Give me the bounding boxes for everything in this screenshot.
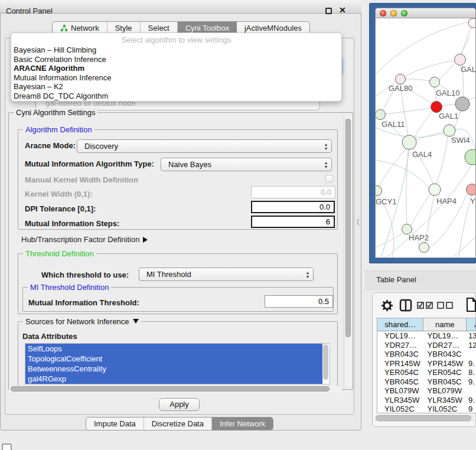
network-node[interactable] [465, 149, 476, 165]
table-row[interactable]: YPR145WYPR145W9. [377, 359, 476, 369]
tab-infer-network[interactable]: Infer Network [212, 418, 273, 430]
tab-style[interactable]: Style [107, 22, 141, 34]
tab-cyni-toolbox[interactable]: Cyni Toolbox [178, 22, 237, 34]
sources-toggle[interactable]: Sources for Network Inference [23, 317, 141, 326]
scrollbar-thumb[interactable] [345, 119, 351, 337]
network-node[interactable] [376, 110, 386, 120]
float-window-icon[interactable] [325, 8, 332, 14]
mi-steps-field[interactable]: 6 [251, 216, 335, 228]
scrollbar-thumb[interactable] [11, 386, 330, 392]
hub-definition-toggle[interactable]: Hub/Transcription Factor Definition [21, 235, 148, 244]
table-cell[interactable]: YBL079W [377, 386, 424, 396]
manual-kernel-checkbox[interactable] [325, 175, 333, 182]
algorithm-option[interactable]: Dream8 DC_TDC Algorithm [11, 92, 341, 101]
table-cell[interactable]: 8. [467, 368, 476, 377]
gear-icon[interactable] [381, 299, 393, 312]
table-cell[interactable]: YPR145W [424, 359, 467, 369]
attributes-scrollbar[interactable] [322, 344, 329, 383]
document-icon[interactable] [466, 297, 476, 312]
columns-icon[interactable] [399, 299, 412, 312]
network-canvas[interactable]: GALGAL80GAL10GAL1GAL11SWI4GAL4GCY1HAP4YH… [376, 18, 476, 258]
table-cell[interactable]: YBR045C [377, 377, 424, 387]
algorithm-option[interactable]: Mutual Information Inference [11, 73, 341, 83]
column-header-partial[interactable]: A [467, 318, 476, 331]
attribute-list-item[interactable]: SelfLoops [25, 344, 322, 354]
column-header-shared-name[interactable]: shared… [377, 318, 423, 331]
network-node[interactable] [444, 125, 455, 136]
close-icon[interactable]: ✕ [339, 5, 346, 15]
minimize-traffic-light[interactable] [390, 10, 397, 17]
tab-select[interactable]: Select [141, 22, 178, 34]
which-threshold-combo[interactable]: MI Threshold ▲▼ [139, 268, 314, 281]
network-node[interactable] [419, 243, 429, 253]
table-cell[interactable]: YDR27… [377, 341, 424, 350]
table-cell[interactable]: YBR045C [424, 377, 467, 387]
table-cell[interactable]: YLR345W [377, 396, 424, 405]
tab-jactivemnodules[interactable]: jActiveMNodules [237, 22, 309, 34]
aracne-mode-combo[interactable]: Discovery ▲▼ [77, 139, 332, 153]
table-row[interactable]: YER054CYER054C8. [377, 368, 476, 377]
zoom-traffic-light[interactable] [401, 10, 407, 17]
network-window-titlebar[interactable] [376, 8, 475, 18]
close-traffic-light[interactable] [380, 10, 386, 17]
attribute-list-item[interactable]: BetweennessCentrality [25, 364, 322, 374]
table-cell[interactable]: YBR043C [377, 350, 424, 359]
corner-panel-icon[interactable] [2, 444, 12, 450]
tab-discretize-data[interactable]: Discretize Data [144, 418, 212, 430]
table-cell[interactable]: YLR345W [424, 396, 467, 405]
column-header-name[interactable]: name [423, 318, 467, 331]
table-row[interactable]: YBR045CYBR045C9. [377, 377, 476, 387]
scrollbar-thumb[interactable] [323, 344, 328, 380]
dpi-tolerance-field[interactable]: 0.0 [251, 201, 335, 213]
mi-threshold-field[interactable]: 0.5 [265, 295, 333, 308]
panel-splitter-handle[interactable] [355, 219, 361, 226]
table-row[interactable]: YDL19…YDL19…13 [377, 331, 476, 341]
table-cell[interactable]: YBL079W [424, 386, 467, 396]
table-cell[interactable]: YER054C [377, 368, 424, 377]
table-cell[interactable]: YIL052C [424, 405, 467, 413]
network-node[interactable] [396, 74, 406, 84]
network-node[interactable] [430, 77, 440, 87]
attribute-list-item[interactable]: gal4RGexp [25, 374, 322, 384]
algorithm-option[interactable]: Basic Correlation Inference [11, 55, 341, 64]
table-cell[interactable]: YBR043C [424, 350, 467, 359]
table-row[interactable]: YBR043CYBR043C [377, 350, 476, 359]
algorithm-option[interactable]: Bayesian – K2 [11, 82, 341, 92]
table-cell[interactable] [467, 350, 476, 359]
scrollbar-thumb[interactable] [376, 415, 471, 421]
table-cell[interactable]: 9 [467, 405, 476, 413]
network-node[interactable] [455, 97, 470, 111]
data-attributes-list[interactable]: SelfLoopsTopologicalCoefficientBetweenne… [25, 343, 330, 384]
table-row[interactable]: YDR27…YDR27…12 [377, 341, 476, 350]
table-horizontal-scrollbar[interactable] [374, 415, 476, 422]
tab-network[interactable]: Network [53, 22, 107, 34]
deselect-all-checkboxes-icon[interactable] [437, 302, 454, 309]
table-cell[interactable]: 9. [467, 377, 476, 387]
table-cell[interactable] [467, 386, 476, 396]
attribute-list-item[interactable]: TopologicalCoefficient [25, 354, 322, 364]
table-row[interactable]: YBL079WYBL079W [377, 386, 476, 396]
kernel-width-field[interactable]: 0.0 [251, 186, 335, 198]
table-cell[interactable]: 12 [467, 341, 476, 350]
table-cell[interactable]: 9. [467, 359, 476, 369]
mi-type-combo[interactable]: Naive Bayes ▲▼ [161, 158, 332, 171]
table-cell[interactable]: YER054C [424, 368, 467, 377]
network-node[interactable] [431, 102, 442, 113]
network-node[interactable] [402, 135, 416, 149]
settings-vertical-scrollbar[interactable] [344, 116, 352, 386]
algorithm-option[interactable]: Bayesian – Hill Climbing [11, 45, 341, 55]
network-node[interactable] [429, 184, 441, 195]
network-node[interactable] [467, 184, 476, 195]
tab-impute-data[interactable]: Impute Data [86, 418, 144, 430]
table-cell[interactable]: YDL19… [377, 331, 424, 341]
table-cell[interactable]: YDL19… [424, 331, 467, 341]
network-node[interactable] [376, 186, 382, 196]
apply-button[interactable]: Apply [159, 398, 200, 411]
table-cell[interactable]: 9. [467, 396, 476, 405]
network-node[interactable] [468, 18, 476, 28]
table-cell[interactable]: YIL052C [377, 405, 424, 413]
table-cell[interactable]: YPR145W [377, 359, 424, 369]
table-row[interactable]: YLR345WYLR345W9. [377, 396, 476, 405]
settings-horizontal-scrollbar[interactable] [9, 386, 342, 393]
table-row[interactable]: YIL052CYIL052C9 [377, 405, 476, 413]
